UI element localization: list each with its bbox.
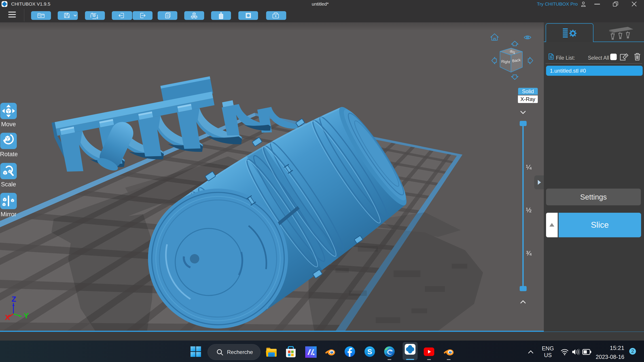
svg-text:Z: Z [12,295,16,303]
svg-text:S: S [368,348,372,356]
svg-text:¾: ¾ [526,249,532,257]
svg-text:½: ½ [526,206,532,214]
svg-text:X: X [5,313,10,322]
svg-text:Right: Right [501,59,510,64]
svg-text:Y: Y [24,311,29,320]
svg-text:¼: ¼ [526,163,532,171]
